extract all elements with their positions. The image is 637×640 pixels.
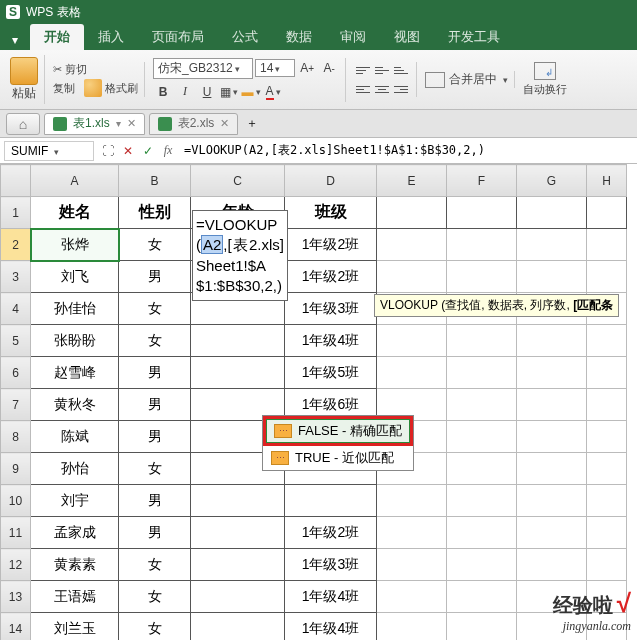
row-header[interactable]: 8 — [1, 421, 31, 453]
cell[interactable]: 女 — [119, 453, 191, 485]
col-header-b[interactable]: B — [119, 165, 191, 197]
cell[interactable]: 孙佳怡 — [31, 293, 119, 325]
cell[interactable] — [447, 389, 517, 421]
cell[interactable]: 男 — [119, 389, 191, 421]
row-header[interactable]: 10 — [1, 485, 31, 517]
select-all-corner[interactable] — [1, 165, 31, 197]
cell[interactable] — [191, 485, 285, 517]
doc-tab-2[interactable]: 表2.xls ✕ — [149, 113, 239, 135]
italic-button[interactable]: I — [175, 82, 195, 102]
cell[interactable]: 刘宇 — [31, 485, 119, 517]
cell[interactable]: 男 — [119, 421, 191, 453]
cell[interactable] — [447, 485, 517, 517]
cell[interactable]: 黄素素 — [31, 549, 119, 581]
cell[interactable] — [447, 229, 517, 261]
align-right-button[interactable] — [392, 81, 410, 97]
cell[interactable]: 男 — [119, 517, 191, 549]
col-header-f[interactable]: F — [447, 165, 517, 197]
align-left-button[interactable] — [354, 81, 372, 97]
cell[interactable]: 男 — [119, 261, 191, 293]
cell[interactable] — [587, 197, 627, 229]
cell[interactable] — [447, 549, 517, 581]
row-header[interactable]: 6 — [1, 357, 31, 389]
close-icon[interactable]: ✕ — [220, 117, 229, 130]
cell[interactable] — [377, 261, 447, 293]
cell-a2[interactable]: 张烨 — [31, 229, 119, 261]
cell[interactable] — [587, 261, 627, 293]
cell[interactable] — [447, 581, 517, 613]
cell[interactable] — [377, 549, 447, 581]
cell[interactable] — [447, 421, 517, 453]
row-header[interactable]: 9 — [1, 453, 31, 485]
cell[interactable] — [447, 261, 517, 293]
cell[interactable] — [517, 325, 587, 357]
decrease-font-button[interactable]: A- — [319, 58, 339, 78]
cell[interactable] — [191, 581, 285, 613]
cell[interactable] — [587, 485, 627, 517]
cell[interactable]: 1年级3班 — [285, 293, 377, 325]
doc-tab-1-menu[interactable]: ▾ — [116, 118, 121, 129]
font-size-combo[interactable]: 14▾ — [255, 59, 295, 77]
cell[interactable]: 刘飞 — [31, 261, 119, 293]
cell[interactable]: 1年级5班 — [285, 357, 377, 389]
tab-view[interactable]: 视图 — [380, 24, 434, 50]
fx-button[interactable]: fx — [158, 143, 178, 158]
cell[interactable] — [377, 229, 447, 261]
add-tab-button[interactable]: ＋ — [242, 114, 262, 134]
wrap-button[interactable]: ↲ 自动换行 — [517, 62, 573, 97]
cell[interactable] — [447, 325, 517, 357]
tab-dev[interactable]: 开发工具 — [434, 24, 514, 50]
cell[interactable] — [447, 613, 517, 641]
cell[interactable] — [377, 613, 447, 641]
cell[interactable] — [587, 357, 627, 389]
cell[interactable] — [517, 229, 587, 261]
cell[interactable]: 1年级4班 — [285, 581, 377, 613]
border-button[interactable]: ▦▾ — [219, 82, 239, 102]
row-header[interactable]: 12 — [1, 549, 31, 581]
cell[interactable] — [517, 357, 587, 389]
cell[interactable]: 孙怡 — [31, 453, 119, 485]
close-icon[interactable]: ✕ — [127, 117, 136, 130]
cell[interactable] — [447, 197, 517, 229]
tab-layout[interactable]: 页面布局 — [138, 24, 218, 50]
tab-home[interactable]: 开始 — [30, 24, 84, 50]
doc-tab-1[interactable]: 表1.xls ▾ ✕ — [44, 113, 145, 135]
col-header-d[interactable]: D — [285, 165, 377, 197]
align-middle-button[interactable] — [373, 62, 391, 78]
cell[interactable] — [377, 197, 447, 229]
col-header-a[interactable]: A — [31, 165, 119, 197]
font-name-combo[interactable]: 仿宋_GB2312▾ — [153, 58, 253, 79]
row-header[interactable]: 3 — [1, 261, 31, 293]
name-box[interactable]: SUMIF ▾ — [4, 141, 94, 161]
cell[interactable]: 女 — [119, 549, 191, 581]
cell[interactable]: 刘兰玉 — [31, 613, 119, 641]
row-header[interactable]: 2 — [1, 229, 31, 261]
cell[interactable]: 班级 — [285, 197, 377, 229]
cell[interactable]: 1年级2班 — [285, 261, 377, 293]
cell[interactable] — [517, 261, 587, 293]
cell[interactable] — [587, 517, 627, 549]
cell[interactable] — [447, 517, 517, 549]
align-bottom-button[interactable] — [392, 62, 410, 78]
cell[interactable]: 1年级2班 — [285, 517, 377, 549]
cell[interactable] — [285, 485, 377, 517]
row-header[interactable]: 13 — [1, 581, 31, 613]
file-menu-icon[interactable]: ▾ — [0, 30, 30, 50]
align-center-button[interactable] — [373, 81, 391, 97]
cell[interactable]: 男 — [119, 357, 191, 389]
cell[interactable]: 孟家成 — [31, 517, 119, 549]
cell[interactable] — [517, 485, 587, 517]
cell[interactable] — [587, 325, 627, 357]
cell[interactable] — [191, 517, 285, 549]
row-header[interactable]: 14 — [1, 613, 31, 641]
cell[interactable] — [447, 357, 517, 389]
tab-insert[interactable]: 插入 — [84, 24, 138, 50]
cell[interactable]: 男 — [119, 485, 191, 517]
cell[interactable] — [191, 613, 285, 641]
cell[interactable] — [587, 389, 627, 421]
cell[interactable] — [517, 421, 587, 453]
cell[interactable]: 女 — [119, 293, 191, 325]
cell[interactable] — [377, 357, 447, 389]
cell[interactable] — [587, 421, 627, 453]
cell[interactable] — [191, 357, 285, 389]
